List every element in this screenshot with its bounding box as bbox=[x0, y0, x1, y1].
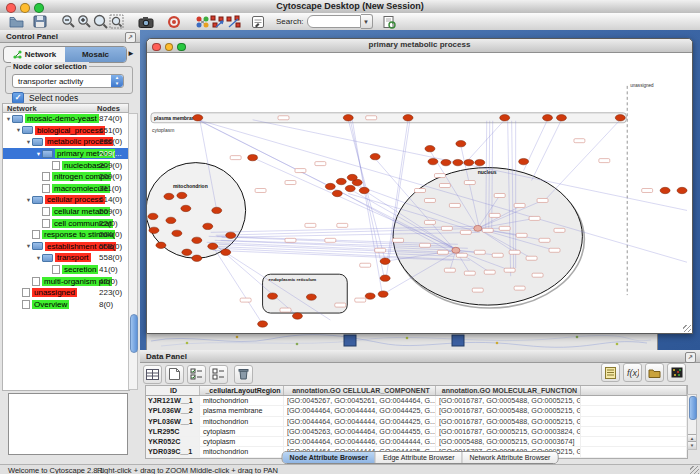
network-node[interactable] bbox=[475, 159, 485, 165]
network-node[interactable] bbox=[519, 158, 529, 164]
network-node[interactable] bbox=[177, 192, 187, 198]
tree-row[interactable]: macromolecule311(0) bbox=[3, 183, 129, 195]
attribute-table-header[interactable]: ID _cellularLayoutRegion annotation.GO C… bbox=[146, 386, 687, 396]
scroll-down-icon[interactable]: ▼ bbox=[688, 441, 696, 449]
tree-row[interactable]: cell communicat22(0) bbox=[3, 217, 129, 229]
open-file-icon[interactable] bbox=[8, 14, 24, 29]
network-node[interactable] bbox=[332, 190, 342, 196]
network-node[interactable] bbox=[660, 187, 670, 193]
network-node[interactable] bbox=[248, 154, 258, 160]
zoom-in-icon[interactable] bbox=[76, 14, 92, 29]
network-node[interactable] bbox=[380, 275, 390, 281]
new-attribute-icon[interactable] bbox=[165, 365, 184, 384]
network-node[interactable] bbox=[378, 291, 388, 297]
network-node[interactable] bbox=[208, 243, 218, 249]
node-color-dropdown[interactable]: transporter activity ▲▼ bbox=[12, 74, 124, 88]
network-node[interactable] bbox=[193, 115, 203, 121]
network-node[interactable] bbox=[556, 115, 566, 121]
network-window-titlebar[interactable]: primary metabolic process bbox=[147, 39, 692, 53]
network-node[interactable] bbox=[258, 321, 268, 327]
table-row[interactable]: YPL036W__2plasma membrane[GO:0044464, GO… bbox=[146, 406, 687, 416]
network-node[interactable] bbox=[359, 187, 369, 193]
network-node[interactable] bbox=[226, 232, 236, 238]
tree-row[interactable]: response to stimulu264(0) bbox=[3, 229, 129, 241]
network-canvas[interactable]: plasma membrane cytoplasm mitochondrion … bbox=[147, 52, 690, 332]
network-node[interactable] bbox=[543, 115, 553, 121]
network-node[interactable] bbox=[148, 213, 158, 219]
network-node[interactable] bbox=[181, 205, 191, 211]
tree-row[interactable]: ▼metabolic process280(0) bbox=[3, 136, 129, 148]
hub-node[interactable] bbox=[452, 247, 460, 253]
network-node[interactable] bbox=[149, 227, 159, 233]
tree-row[interactable]: ▼mosaic-demo-yeast874(0) bbox=[3, 113, 129, 125]
float-panel-icon[interactable]: ↗ bbox=[125, 32, 136, 43]
tab-network[interactable]: Network bbox=[4, 47, 65, 62]
table-row[interactable]: YKR052Ccytoplasm[GO:0044464, GO:0044446,… bbox=[146, 437, 687, 447]
network-node[interactable] bbox=[370, 153, 380, 159]
network-node[interactable] bbox=[172, 230, 182, 236]
unselect-attributes-icon[interactable] bbox=[209, 365, 228, 384]
import-attributes-icon[interactable] bbox=[645, 363, 664, 382]
tree-row[interactable]: nucleobase-209(0) bbox=[3, 159, 129, 171]
network-node[interactable] bbox=[268, 293, 278, 299]
birdseye-view[interactable] bbox=[8, 393, 128, 455]
network-node[interactable] bbox=[403, 115, 413, 121]
tree-disclosure-icon[interactable]: ▼ bbox=[15, 127, 22, 133]
tree-disclosure-icon[interactable]: ▼ bbox=[5, 116, 12, 122]
tree-disclosure-icon[interactable]: ▼ bbox=[25, 243, 32, 249]
col-region[interactable]: _cellularLayoutRegion bbox=[200, 386, 284, 395]
scrollbar-thumb[interactable] bbox=[689, 396, 697, 420]
network-view-window[interactable]: primary metabolic process plasma membran… bbox=[146, 38, 693, 334]
network-node[interactable] bbox=[325, 183, 335, 189]
matrix-icon[interactable] bbox=[667, 363, 686, 382]
refresh-network-icon[interactable] bbox=[381, 14, 397, 29]
network-node[interactable] bbox=[500, 115, 510, 121]
tree-row[interactable]: unassigned223(0) bbox=[3, 287, 129, 299]
network-node[interactable] bbox=[425, 145, 435, 151]
apply-layout-alt-icon[interactable] bbox=[226, 14, 242, 29]
zoom-selected-icon[interactable] bbox=[92, 14, 108, 29]
tree-row[interactable]: ▼biological_process651(0) bbox=[3, 125, 129, 137]
col-id[interactable]: ID bbox=[146, 386, 200, 395]
tree-disclosure-icon[interactable]: ▼ bbox=[35, 255, 42, 261]
apply-layout-icon[interactable] bbox=[210, 14, 226, 29]
window-resize-grip[interactable] bbox=[683, 325, 691, 332]
table-scrollbar[interactable]: ▲ ▼ bbox=[687, 394, 697, 450]
tree-row[interactable]: ▼establishment of lo558(0) bbox=[3, 241, 129, 253]
table-row[interactable]: YJR121W__1mitochondrion[GO:0045267, GO:0… bbox=[146, 396, 687, 406]
tab-node-attribute-browser[interactable]: Node Attribute Browser bbox=[283, 452, 376, 463]
scrollbar-thumb[interactable] bbox=[130, 314, 138, 353]
network-node[interactable] bbox=[221, 249, 231, 255]
attribute-table[interactable]: ID _cellularLayoutRegion annotation.GO C… bbox=[145, 385, 688, 459]
network-node[interactable] bbox=[453, 159, 463, 165]
network-node[interactable] bbox=[212, 207, 222, 213]
network-node[interactable] bbox=[166, 217, 176, 223]
tab-edge-attribute-browser[interactable]: Edge Attribute Browser bbox=[376, 452, 463, 463]
app-resize-grip[interactable] bbox=[690, 466, 699, 474]
tree-row[interactable]: secretion41(0) bbox=[3, 264, 129, 276]
network-node[interactable] bbox=[306, 294, 316, 300]
network-node[interactable] bbox=[677, 187, 687, 193]
vizmapper-icon[interactable] bbox=[194, 14, 210, 29]
float-panel-icon[interactable]: ↗ bbox=[685, 352, 696, 363]
network-node[interactable] bbox=[292, 313, 302, 319]
zoom-fit-icon[interactable] bbox=[108, 14, 124, 29]
tree-column-header[interactable]: Network Nodes bbox=[2, 103, 129, 113]
tree-disclosure-icon[interactable]: ▼ bbox=[25, 139, 32, 145]
network-node[interactable] bbox=[365, 293, 375, 299]
table-row[interactable]: YPL036W__1mitochondrion[GO:0044464, GO:0… bbox=[146, 417, 687, 427]
network-node[interactable] bbox=[156, 242, 166, 248]
delete-attribute-icon[interactable] bbox=[234, 365, 253, 384]
table-row[interactable]: YLR295Ccytoplasm[GO:0045263, GO:0044464,… bbox=[146, 427, 687, 437]
network-node[interactable] bbox=[380, 258, 390, 264]
network-node[interactable] bbox=[464, 159, 474, 165]
network-node[interactable] bbox=[203, 223, 213, 229]
tree-row[interactable]: ▼transport558(0) bbox=[3, 252, 129, 264]
tree-row[interactable]: multi-organism pro42(0) bbox=[3, 275, 129, 287]
tree-row[interactable]: Overview8(0) bbox=[3, 299, 129, 311]
network-node[interactable] bbox=[615, 115, 625, 121]
tab-network-attribute-browser[interactable]: Network Attribute Browser bbox=[462, 452, 557, 463]
snapshot-camera-icon[interactable] bbox=[138, 14, 154, 29]
network-node[interactable] bbox=[336, 178, 346, 184]
search-dropdown-icon[interactable]: ▼ bbox=[361, 14, 373, 29]
